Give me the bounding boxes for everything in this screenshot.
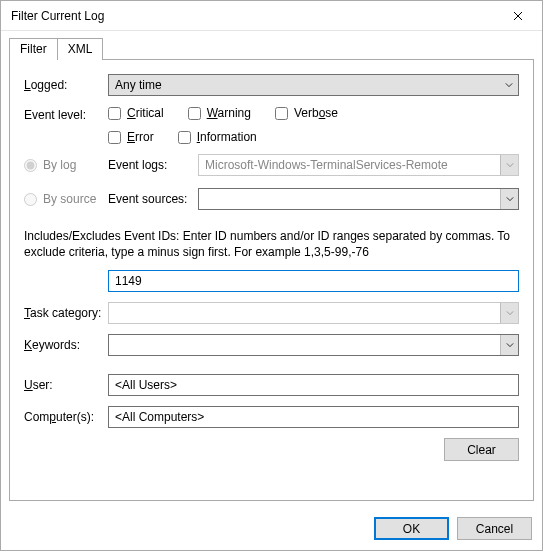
close-icon <box>513 11 523 21</box>
checkbox-warning[interactable] <box>188 107 201 120</box>
checkbox-error[interactable] <box>108 131 121 144</box>
radio-by-log: By log <box>24 158 108 172</box>
logged-selected: Any time <box>109 78 500 92</box>
label-event-logs: Event logs: <box>108 158 198 172</box>
label-critical: Critical <box>127 106 164 120</box>
user-input[interactable] <box>108 374 519 396</box>
logged-dropdown[interactable]: Any time <box>108 74 519 96</box>
label-logged: Logged: <box>24 78 108 92</box>
label-verbose: Verbose <box>294 106 338 120</box>
label-warning: Warning <box>207 106 251 120</box>
dialog-footer: OK Cancel <box>1 509 542 550</box>
keywords-dropdown[interactable] <box>108 334 519 356</box>
label-information: Information <box>197 130 257 144</box>
chevron-down-icon <box>500 75 518 95</box>
tab-strip: Filter XML <box>9 37 534 59</box>
computers-input[interactable] <box>108 406 519 428</box>
chevron-down-icon <box>500 155 518 175</box>
help-text: Includes/Excludes Event IDs: Enter ID nu… <box>24 228 519 260</box>
label-user: User: <box>24 378 108 392</box>
label-event-level: Event level: <box>24 106 108 122</box>
task-category-dropdown[interactable] <box>108 302 519 324</box>
close-button[interactable] <box>498 2 538 30</box>
label-computers: Computer(s): <box>24 410 108 424</box>
event-sources-dropdown[interactable] <box>198 188 519 210</box>
label-task-category: Task category: <box>24 306 108 320</box>
label-keywords: Keywords: <box>24 338 108 352</box>
clear-button[interactable]: Clear <box>444 438 519 461</box>
event-ids-input[interactable] <box>108 270 519 292</box>
window-title: Filter Current Log <box>11 9 498 23</box>
label-event-sources: Event sources: <box>108 192 198 206</box>
label-error: Error <box>127 130 154 144</box>
tab-xml[interactable]: XML <box>57 38 104 60</box>
titlebar: Filter Current Log <box>1 1 542 31</box>
checkbox-information[interactable] <box>178 131 191 144</box>
event-logs-selected: Microsoft-Windows-TerminalServices-Remot… <box>199 158 500 172</box>
cancel-button[interactable]: Cancel <box>457 517 532 540</box>
radio-by-source: By source <box>24 192 108 206</box>
checkbox-verbose[interactable] <box>275 107 288 120</box>
tab-filter[interactable]: Filter <box>9 38 58 60</box>
dialog-window: Filter Current Log Filter XML Logged: An… <box>0 0 543 551</box>
checkbox-critical[interactable] <box>108 107 121 120</box>
chevron-down-icon <box>500 303 518 323</box>
filter-panel: Logged: Any time Event level: Critical W… <box>9 59 534 501</box>
chevron-down-icon <box>500 335 518 355</box>
chevron-down-icon <box>500 189 518 209</box>
event-logs-dropdown[interactable]: Microsoft-Windows-TerminalServices-Remot… <box>198 154 519 176</box>
ok-button[interactable]: OK <box>374 517 449 540</box>
